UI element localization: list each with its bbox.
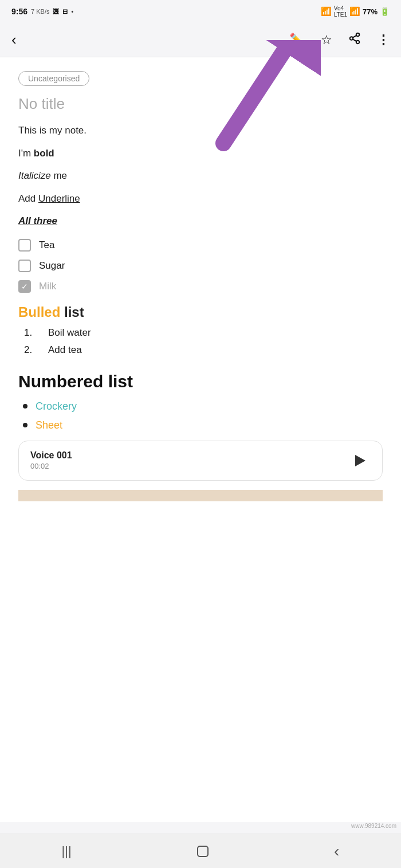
play-button[interactable] [350, 450, 371, 471]
signal-bars: 📶 [349, 6, 360, 17]
numbered-heading: Numbered list [18, 372, 383, 391]
italic-word: Italicize [18, 170, 51, 181]
bullet-list: Crockery Sheet [18, 400, 383, 431]
bullet-dot-1 [23, 404, 27, 409]
bulled-heading: Bulled list [18, 304, 383, 320]
status-sim-icon: ⊟ [62, 8, 68, 15]
bullet-item-sheet: Sheet [23, 419, 383, 431]
status-time: 9:56 7 KB/s 🖼 ⊟ • [11, 7, 73, 16]
bulled-text-1: Boil water [48, 327, 91, 339]
bullet-label-crockery: Crockery [36, 400, 77, 413]
note-title: No title [18, 95, 383, 113]
bulled-num-1: 1. [24, 327, 38, 339]
bullet-item-crockery: Crockery [23, 400, 383, 413]
nav-actions: ✏️ ☆ ⋮ [289, 32, 390, 48]
checklist-label-tea: Tea [39, 239, 54, 251]
bottom-home-icon[interactable] [195, 843, 211, 859]
bottom-back-icon[interactable]: ‹ [334, 842, 339, 861]
bottom-menu-icon[interactable]: ||| [62, 844, 72, 859]
wifi-icon: 📶 [321, 6, 332, 17]
checklist-item-tea[interactable]: Tea [18, 239, 383, 252]
svg-line-4 [353, 35, 356, 37]
status-dot: • [71, 9, 73, 15]
checklist-label-milk: Milk [39, 281, 56, 292]
note-underline-line: Add Underline [18, 191, 383, 206]
checkbox-sugar[interactable] [18, 260, 31, 272]
svg-rect-7 [198, 846, 208, 857]
bulled-item-2: 2. Add tea [24, 344, 383, 356]
status-kb: 7 KB/s [31, 8, 49, 15]
checklist: Tea Sugar Milk [18, 239, 383, 293]
bulled-heading-plain: list [60, 304, 84, 320]
svg-line-3 [353, 39, 356, 41]
bulled-item-1: 1. Boil water [24, 327, 383, 339]
nav-bar: ‹ ✏️ ☆ ⋮ [0, 23, 401, 57]
note-content: Uncategorised No title This is my note. … [0, 57, 401, 822]
bullet-label-sheet: Sheet [36, 419, 62, 431]
status-img-icon: 🖼 [53, 8, 59, 15]
checkbox-tea[interactable] [18, 239, 31, 252]
note-body-line1: This is my note. [18, 123, 383, 138]
note-allthree-line: All three [18, 214, 383, 229]
bottom-nav: ||| ‹ [0, 834, 401, 868]
bulled-text-2: Add tea [48, 344, 82, 356]
battery-icon: 🔋 [380, 7, 390, 16]
voice-note-info: Voice 001 00:02 [30, 450, 72, 470]
bullet-dot-2 [23, 423, 27, 427]
edit-icon[interactable]: ✏️ [289, 33, 305, 48]
checklist-label-sugar: Sugar [39, 260, 65, 272]
time-label: 9:56 [11, 7, 27, 16]
more-icon[interactable]: ⋮ [377, 33, 390, 48]
back-arrow-icon[interactable]: ‹ [11, 31, 17, 49]
bulled-list: 1. Boil water 2. Add tea [18, 327, 383, 356]
checkbox-milk[interactable] [18, 280, 31, 293]
voice-note-card: Voice 001 00:02 [18, 441, 383, 481]
battery-label: 77% [363, 7, 378, 16]
bottom-accent-bar [18, 490, 383, 501]
category-badge[interactable]: Uncategorised [18, 71, 89, 86]
bulled-num-2: 2. [24, 344, 38, 356]
underline-word: Underline [38, 193, 80, 204]
watermark: www.989214.com [351, 823, 396, 829]
status-right: 📶 Vo4LTE1 📶 77% 🔋 [321, 5, 390, 18]
checklist-item-milk[interactable]: Milk [18, 280, 383, 293]
signal-text: Vo4LTE1 [334, 5, 347, 18]
status-bar: 9:56 7 KB/s 🖼 ⊟ • 📶 Vo4LTE1 📶 77% 🔋 [0, 0, 401, 23]
voice-note-duration: 00:02 [30, 462, 72, 470]
checklist-item-sugar[interactable]: Sugar [18, 260, 383, 272]
note-italic-line: Italicize me [18, 168, 383, 183]
bold-word: bold [34, 148, 54, 159]
play-triangle-icon [355, 455, 365, 466]
nav-back[interactable]: ‹ [11, 31, 17, 49]
star-icon[interactable]: ☆ [321, 33, 332, 48]
bulled-heading-colored: Bulled [18, 304, 60, 320]
share-icon[interactable] [348, 32, 361, 48]
voice-note-title: Voice 001 [30, 450, 72, 461]
note-bold-line: I'm bold [18, 146, 383, 161]
